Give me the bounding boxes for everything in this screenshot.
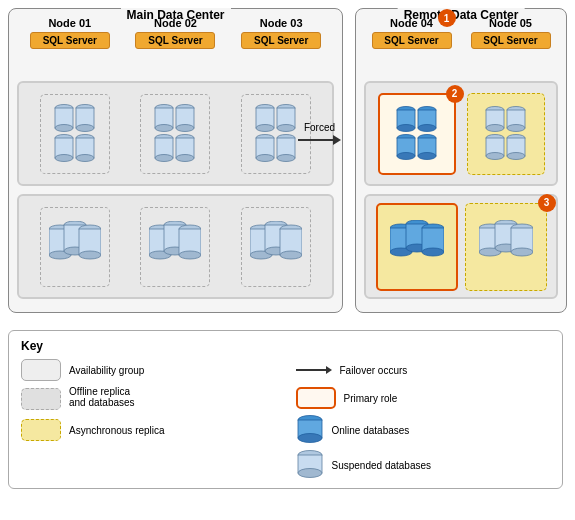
key-empty [21, 450, 276, 480]
svg-point-107 [298, 434, 322, 443]
replica-main-bottom-2 [140, 207, 210, 287]
key-failover-label: Failover occurs [340, 365, 408, 376]
circle-2: 2 [446, 85, 464, 103]
svg-point-20 [155, 154, 173, 161]
svg-point-8 [55, 154, 73, 161]
svg-point-83 [486, 152, 504, 159]
node-02-sql: SQL Server [135, 32, 215, 49]
replica-main-bottom-1 [40, 207, 110, 287]
key-failover: Failover occurs [296, 359, 551, 381]
svg-point-32 [256, 154, 274, 161]
key-suspended-db: Suspended databases [296, 450, 551, 480]
arrow-line [298, 135, 341, 145]
svg-point-71 [397, 152, 415, 159]
ag-row-top-remote: 2 [364, 81, 558, 186]
node-02-label: Node 02 [135, 17, 215, 29]
svg-point-26 [256, 124, 274, 131]
node-01-sql: SQL Server [30, 32, 110, 49]
key-offline-symbol [21, 388, 61, 410]
key-suspended-db-label: Suspended databases [332, 460, 432, 471]
node-03: Node 03 SQL Server [241, 17, 321, 53]
svg-point-86 [507, 152, 525, 159]
ag-row-bottom-remote: 3 [364, 194, 558, 299]
svg-point-17 [176, 124, 194, 131]
replica-main-top-1 [40, 94, 110, 174]
svg-point-29 [277, 124, 295, 131]
key-async-symbol [21, 419, 61, 441]
svg-point-74 [418, 152, 436, 159]
svg-point-23 [176, 154, 194, 161]
svg-point-53 [179, 251, 201, 259]
ag-row-bottom-main [17, 194, 334, 299]
node-05-sql: SQL Server [471, 32, 551, 49]
node-04-sql: SQL Server [372, 32, 452, 49]
circle-3: 3 [538, 194, 556, 212]
key-async-label: Asynchronous replica [69, 425, 165, 436]
replica-remote-bottom-1-primary [376, 203, 458, 291]
key-offline-label: Offline replicaand databases [69, 386, 135, 408]
svg-point-35 [277, 154, 295, 161]
key-ag-label: Availability group [69, 365, 144, 376]
key-items: Availability group Failover occurs Offli… [21, 359, 550, 480]
svg-point-80 [507, 124, 525, 131]
key-ag: Availability group [21, 359, 276, 381]
svg-point-11 [76, 154, 94, 161]
key-primary: Primary role [296, 386, 551, 410]
svg-point-65 [397, 124, 415, 131]
replica-main-top-2 [140, 94, 210, 174]
key-online-db-label: Online databases [332, 425, 410, 436]
svg-point-68 [418, 124, 436, 131]
svg-point-2 [55, 124, 73, 131]
circle-1: 1 [438, 9, 456, 27]
forced-label: Forced [304, 122, 335, 133]
node-01-label: Node 01 [30, 17, 110, 29]
key-section: Key Availability group Failover occurs [8, 330, 563, 489]
arrow-head [333, 135, 341, 145]
node-05: Node 05 SQL Server [471, 17, 551, 53]
node-02: Node 02 SQL Server [135, 17, 215, 53]
key-failover-symbol [296, 366, 332, 374]
svg-point-104 [511, 248, 533, 256]
key-offline: Offline replicaand databases [21, 386, 276, 410]
ag-row-top-main [17, 81, 334, 186]
key-async: Asynchronous replica [21, 415, 276, 445]
svg-point-110 [298, 469, 322, 478]
node-03-label: Node 03 [241, 17, 321, 29]
key-title: Key [21, 339, 550, 353]
node-03-sql: SQL Server [241, 32, 321, 49]
key-suspended-db-symbol [296, 450, 324, 480]
key-primary-label: Primary role [344, 393, 398, 404]
svg-point-77 [486, 124, 504, 131]
key-online-db-symbol [296, 415, 324, 445]
node-05-label: Node 05 [471, 17, 551, 29]
replica-remote-top-2-async [467, 93, 545, 175]
svg-point-5 [76, 124, 94, 131]
arrow-shaft [298, 139, 333, 141]
node-04: Node 04 1 SQL Server [372, 17, 452, 53]
svg-point-62 [280, 251, 302, 259]
main-data-center: Main Data Center Node 01 SQL Server Node… [8, 8, 343, 313]
forced-arrow: Forced [298, 122, 341, 145]
replica-remote-top-1-primary: 2 [378, 93, 456, 175]
key-online-db: Online databases [296, 415, 551, 445]
svg-point-95 [422, 248, 444, 256]
remote-data-center: Remote Data Center Node 04 1 SQL Server … [355, 8, 567, 313]
svg-point-44 [79, 251, 101, 259]
key-ag-symbol [21, 359, 61, 381]
svg-point-14 [155, 124, 173, 131]
replica-main-bottom-3 [241, 207, 311, 287]
node-01: Node 01 SQL Server [30, 17, 110, 53]
replica-remote-bottom-2-async: 3 [465, 203, 547, 291]
key-primary-symbol [296, 387, 336, 409]
